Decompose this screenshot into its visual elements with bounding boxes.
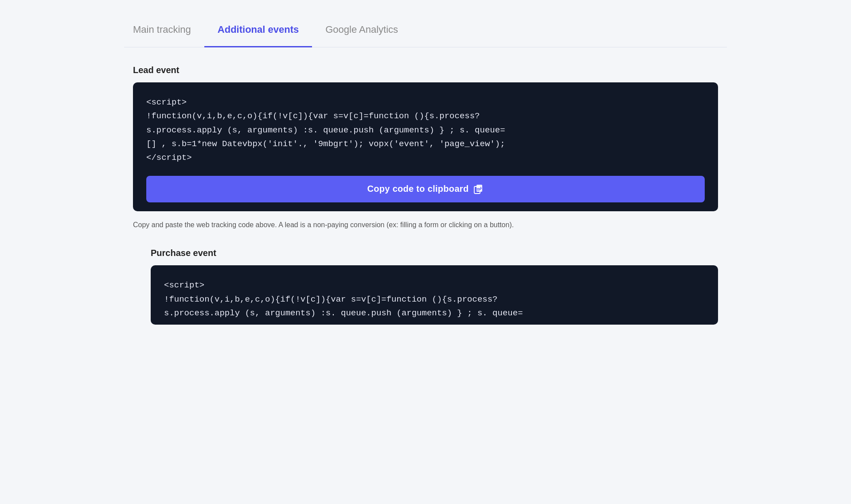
- lead-event-title: Lead event: [133, 65, 718, 75]
- tab-additional-events[interactable]: Additional events: [204, 13, 312, 47]
- purchase-event-section: Purchase event <script> !function(v,i,b,…: [151, 248, 718, 325]
- page-wrapper: Main tracking Additional events Google A…: [106, 0, 745, 342]
- purchase-code-block: <script> !function(v,i,b,e,c,o){if(!v[c]…: [151, 265, 718, 325]
- purchase-event-title: Purchase event: [151, 248, 718, 258]
- copy-lead-code-button[interactable]: Copy code to clipboard: [146, 176, 705, 202]
- lead-event-section: Lead event <script> !function(v,i,b,e,c,…: [133, 65, 718, 230]
- tab-google-analytics[interactable]: Google Analytics: [312, 13, 411, 47]
- content-area: Lead event <script> !function(v,i,b,e,c,…: [124, 47, 727, 342]
- lead-code-block: <script> !function(v,i,b,e,c,o){if(!v[c]…: [133, 82, 718, 211]
- tab-main-tracking[interactable]: Main tracking: [124, 13, 204, 47]
- purchase-code-content: <script> !function(v,i,b,e,c,o){if(!v[c]…: [164, 279, 705, 320]
- clipboard-icon: [473, 184, 484, 194]
- tabs-container: Main tracking Additional events Google A…: [124, 0, 727, 47]
- lead-description: Copy and paste the web tracking code abo…: [133, 219, 709, 231]
- lead-code-content: <script> !function(v,i,b,e,c,o){if(!v[c]…: [146, 96, 705, 165]
